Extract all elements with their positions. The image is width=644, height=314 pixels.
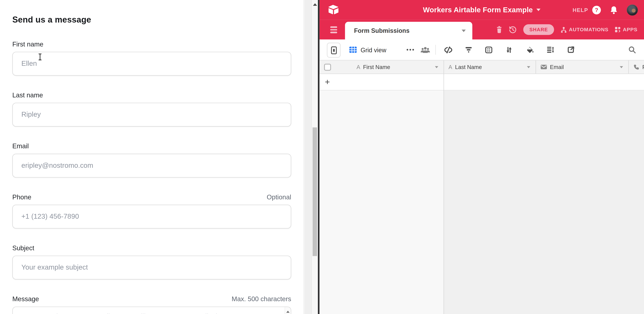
- grid-header-row: A First Name A Last Name Email: [320, 61, 644, 74]
- column-header-phone[interactable]: Phone: [629, 61, 644, 74]
- apps-button[interactable]: APPS: [615, 27, 638, 33]
- toolbar-divider: [435, 45, 436, 55]
- field-group-email: Email: [12, 142, 291, 177]
- filter-icon[interactable]: [465, 40, 472, 60]
- airtable-pane: Workers Airtable Form Example HELP ? For…: [320, 0, 644, 314]
- first-name-label: First name: [12, 40, 43, 49]
- email-label: Email: [12, 142, 29, 150]
- user-avatar[interactable]: [627, 4, 638, 15]
- column-caret-icon[interactable]: [527, 66, 530, 68]
- text-cursor-icon: [38, 54, 42, 61]
- airtable-table-tabs-bar: Form Submissions SHARE: [320, 20, 644, 39]
- select-all-checkbox[interactable]: [324, 64, 331, 71]
- column-name: Last Name: [455, 64, 482, 70]
- last-name-input[interactable]: [12, 103, 291, 127]
- share-button[interactable]: SHARE: [523, 24, 554, 35]
- column-name: First Name: [363, 64, 390, 70]
- column-caret-icon[interactable]: [435, 66, 438, 68]
- message-max-chars-note: Max. 500 characters: [232, 295, 291, 303]
- message-textarea[interactable]: [13, 307, 291, 314]
- phone-field-icon: [633, 64, 640, 70]
- message-box: [12, 307, 291, 314]
- notifications-bell-icon[interactable]: [610, 6, 618, 14]
- email-input[interactable]: [12, 154, 291, 178]
- last-name-label: Last name: [12, 91, 43, 99]
- email-field-icon: [540, 65, 547, 70]
- subject-label: Subject: [12, 244, 34, 252]
- grid-body: [320, 90, 644, 314]
- column-header-first-name[interactable]: A First Name: [320, 61, 444, 74]
- message-scrollbar-up-icon[interactable]: [286, 309, 290, 313]
- text-field-icon: A: [448, 64, 452, 70]
- apps-icon: [615, 27, 621, 33]
- scrollbar-thumb[interactable]: [312, 127, 317, 256]
- text-field-icon: A: [356, 64, 360, 70]
- table-tab-caret-icon: [462, 29, 466, 32]
- message-label: Message: [12, 295, 39, 303]
- sort-icon[interactable]: [506, 40, 512, 60]
- search-icon[interactable]: [628, 40, 636, 60]
- trash-icon[interactable]: [496, 26, 502, 33]
- airtable-top-bar: Workers Airtable Form Example HELP ?: [320, 0, 644, 20]
- window-split-divider[interactable]: [318, 0, 320, 314]
- phone-label: Phone: [12, 193, 31, 201]
- view-switcher-button[interactable]: Grid view: [349, 40, 386, 60]
- row-height-icon[interactable]: [547, 40, 554, 60]
- field-group-last-name: Last name: [12, 91, 291, 127]
- automations-icon: [561, 27, 567, 33]
- active-table-name: Form Submissions: [354, 27, 410, 34]
- views-sidebar-toggle-button[interactable]: [327, 43, 340, 58]
- subject-input[interactable]: [12, 255, 291, 279]
- view-name: Grid view: [360, 46, 386, 53]
- view-options-ellipsis-icon[interactable]: [407, 49, 414, 51]
- column-header-email[interactable]: Email: [536, 61, 629, 74]
- base-title-caret-icon: [536, 9, 540, 11]
- column-name: Phone: [642, 64, 644, 70]
- tables-menu-icon[interactable]: [330, 26, 337, 33]
- share-view-icon[interactable]: [567, 40, 574, 60]
- scrollbar-up-arrow-icon[interactable]: [313, 1, 317, 6]
- field-group-subject: Subject: [12, 244, 291, 279]
- column-header-last-name[interactable]: A Last Name: [444, 61, 536, 74]
- page-margin-strip: [304, 0, 312, 314]
- phone-optional-note: Optional: [267, 193, 291, 201]
- grid-body-scroll-area: [444, 90, 644, 314]
- column-caret-icon[interactable]: [620, 66, 623, 68]
- frozen-column-divider[interactable]: [444, 74, 444, 314]
- grid-body-frozen-area: [320, 90, 444, 314]
- help-question-icon[interactable]: ?: [592, 6, 601, 14]
- tab-form-submissions[interactable]: Form Submissions: [345, 22, 472, 40]
- column-name: Email: [550, 64, 564, 70]
- color-icon[interactable]: [526, 40, 534, 60]
- field-group-phone: Phone Optional: [12, 193, 291, 229]
- add-record-plus-icon[interactable]: +: [325, 77, 330, 86]
- view-toolbar: Grid view: [320, 40, 644, 61]
- group-icon[interactable]: [485, 40, 492, 60]
- help-button[interactable]: HELP: [573, 7, 588, 13]
- page-title: Send us a message: [12, 0, 291, 26]
- field-group-first-name: First name: [12, 40, 291, 76]
- base-title: Workers Airtable Form Example: [423, 6, 533, 14]
- screen: Send us a message First name Last name E…: [0, 0, 644, 314]
- collaborators-icon[interactable]: [420, 40, 430, 60]
- hide-fields-icon[interactable]: [444, 40, 453, 60]
- history-icon[interactable]: [509, 26, 517, 34]
- phone-input[interactable]: [12, 205, 291, 229]
- automations-button[interactable]: AUTOMATIONS: [561, 27, 608, 33]
- message-scrollbar[interactable]: [285, 307, 291, 314]
- grid-view-icon: [349, 47, 357, 53]
- field-group-message: Message Max. 500 characters: [12, 295, 291, 314]
- views-sidebar-icon: [331, 46, 337, 54]
- contact-form-pane: Send us a message First name Last name E…: [0, 0, 304, 314]
- browser-vertical-scrollbar[interactable]: [311, 0, 318, 314]
- first-name-input[interactable]: [12, 52, 291, 76]
- add-record-row[interactable]: +: [320, 74, 644, 90]
